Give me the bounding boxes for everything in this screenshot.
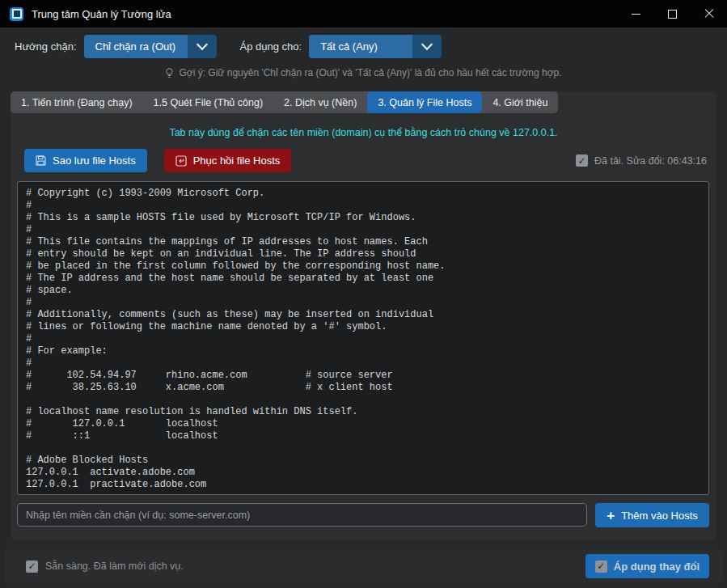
add-domain-row: + Thêm vào Hosts xyxy=(17,503,709,527)
plus-icon: + xyxy=(607,509,615,522)
domain-input[interactable] xyxy=(17,503,587,527)
apply-changes-button[interactable]: ✓ Áp dụng thay đổi xyxy=(585,554,709,578)
lightbulb-icon xyxy=(165,68,174,78)
chevron-down-icon xyxy=(412,35,442,58)
close-button[interactable] xyxy=(691,0,727,27)
app-icon xyxy=(10,7,23,21)
scope-label: Áp dụng cho: xyxy=(240,40,302,53)
hosts-loaded-status: ✓ Đã tải. Sửa đổi: 06:43:16 xyxy=(576,154,707,167)
scope-dropdown[interactable]: Tất cả (Any) xyxy=(309,35,442,58)
apply-changes-label: Áp dụng thay đổi xyxy=(614,561,700,573)
maximize-icon xyxy=(668,10,677,19)
status-bar: ✓ Sẵn sàng. Đã làm mới dịch vụ. ✓ Áp dụn… xyxy=(4,549,723,583)
close-icon xyxy=(704,9,714,19)
backup-hosts-button[interactable]: Sao lưu file Hosts xyxy=(24,149,147,172)
ready-checkbox[interactable]: ✓ xyxy=(26,561,38,573)
hosts-file-content: # Copyright (c) 1993-2009 Microsoft Corp… xyxy=(26,188,700,491)
minimize-button[interactable] xyxy=(618,0,654,27)
restore-hosts-label: Phục hồi file Hosts xyxy=(193,154,281,167)
main-panel: 1. Tiến trình (Đang chạy) 1.5 Quét File … xyxy=(11,91,716,540)
status-text: Sẵn sàng. Đã làm mới dịch vụ. xyxy=(45,561,184,572)
direction-label: Hướng chặn: xyxy=(15,40,77,53)
scope-dropdown-value: Tất cả (Any) xyxy=(309,35,412,58)
restore-arrow-icon xyxy=(175,155,187,167)
filter-controls: Hướng chặn: Chỉ chặn ra (Out) Áp dụng ch… xyxy=(0,27,727,58)
hint-row: Gợi ý: Giữ nguyên 'Chỉ chặn ra (Out)' và… xyxy=(0,67,727,78)
hint-text: Gợi ý: Giữ nguyên 'Chỉ chặn ra (Out)' và… xyxy=(179,67,561,78)
tab-bar: 1. Tiến trình (Đang chạy) 1.5 Quét File … xyxy=(11,91,558,113)
minimize-icon xyxy=(632,14,640,15)
loaded-status-text: Đã tải. Sửa đổi: 06:43:16 xyxy=(594,155,707,167)
check-icon: ✓ xyxy=(27,561,36,572)
direction-dropdown[interactable]: Chỉ chặn ra (Out) xyxy=(84,35,217,58)
tab-services[interactable]: 2. Dịch vụ (Nền) xyxy=(273,91,367,113)
hosts-actions-row: Sao lưu file Hosts Phục hồi file Hosts ✓… xyxy=(11,138,716,172)
window-title: Trung tâm Quản lý Tường lửa xyxy=(32,8,171,20)
floppy-disk-icon xyxy=(36,155,46,166)
tab-hosts-file[interactable]: 3. Quản lý File Hosts xyxy=(367,91,482,113)
tab-processes[interactable]: 1. Tiến trình (Đang chạy) xyxy=(11,91,143,113)
title-bar: Trung tâm Quản lý Tường lửa xyxy=(0,0,727,27)
maximize-button[interactable] xyxy=(654,0,691,27)
window-controls xyxy=(618,0,727,27)
hosts-file-editor[interactable]: # Copyright (c) 1993-2009 Microsoft Corp… xyxy=(17,181,709,495)
tab-info-text: Tab này dùng để chặn các tên miền (domai… xyxy=(11,127,716,138)
loaded-checkbox[interactable]: ✓ xyxy=(576,154,588,167)
add-to-hosts-button[interactable]: + Thêm vào Hosts xyxy=(595,503,709,527)
check-icon: ✓ xyxy=(577,155,585,167)
chevron-down-icon xyxy=(188,35,217,58)
backup-hosts-label: Sao lưu file Hosts xyxy=(53,154,136,167)
direction-dropdown-value: Chỉ chặn ra (Out) xyxy=(84,35,188,58)
check-icon: ✓ xyxy=(597,561,605,572)
add-to-hosts-label: Thêm vào Hosts xyxy=(621,510,698,522)
hosts-tab-content: Tab này dùng để chặn các tên miền (domai… xyxy=(11,91,716,527)
tab-file-scan[interactable]: 1.5 Quét File (Thủ công) xyxy=(143,91,273,113)
restore-hosts-button[interactable]: Phục hồi file Hosts xyxy=(164,149,292,172)
apply-check-icon: ✓ xyxy=(595,561,607,573)
tab-about[interactable]: 4. Giới thiệu xyxy=(482,91,558,113)
